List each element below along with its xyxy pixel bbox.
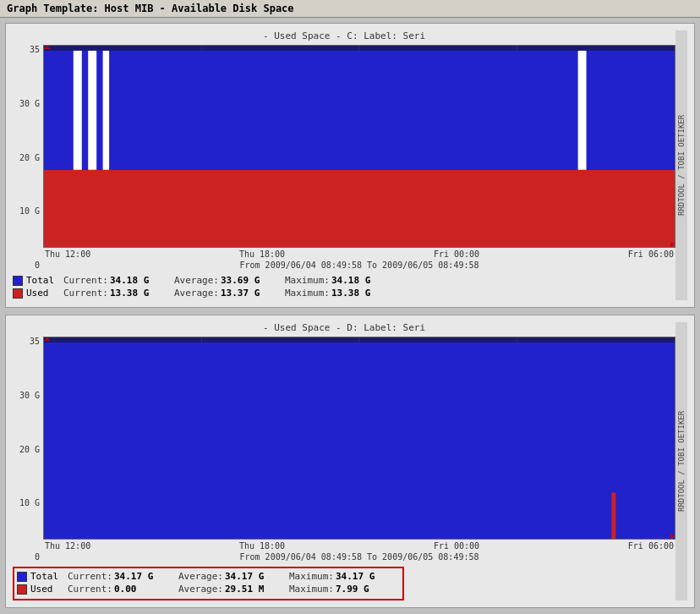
legend-label-used-c: Used	[26, 288, 60, 299]
legend-highlight-box: Total Current: 34.17 G Average: 34.17 G	[13, 567, 404, 600]
legend-stats-total-d: Current: 34.17 G Average: 34.17 G Maximu…	[68, 571, 400, 582]
legend-stats-used-c: Current: 13.38 G Average: 13.37 G Maximu…	[63, 288, 396, 299]
legend-stats-used-d: Current: 0.00 Average: 29.51 M Maximum: …	[68, 584, 400, 595]
side-text-d: RRDTOOL / TOBI OETIKER	[675, 322, 687, 600]
title-bar: Graph Template: Host MIB - Available Dis…	[0, 0, 700, 18]
svg-rect-11	[103, 51, 109, 170]
legend-color-total-d	[17, 572, 27, 582]
svg-marker-25	[44, 337, 50, 341]
chart-c: Thu 12:00 Thu 18:00 Fri 00:00 Fri 06:00 …	[43, 45, 675, 270]
legend-row-total-d: Total Current: 34.17 G Average: 34.17 G	[17, 571, 400, 582]
legend-row-used-c: Used Current: 13.38 G Average: 13.37 G	[13, 288, 675, 299]
x-axis-c: Thu 12:00 Thu 18:00 Fri 00:00 Fri 06:00	[43, 248, 675, 259]
y-axis-d: 35 30 G 20 G 10 G 0	[13, 337, 43, 562]
svg-rect-7	[44, 170, 675, 247]
legend-stats-total-c: Current: 34.18 G Average: 33.69 G Maximu…	[63, 275, 396, 286]
chart-d: Thu 12:00 Thu 18:00 Fri 00:00 Fri 06:00 …	[43, 337, 675, 562]
page-title: Graph Template: Host MIB - Available Dis…	[7, 3, 294, 14]
svg-rect-22	[44, 343, 675, 539]
legend-color-total-c	[13, 276, 23, 286]
legend-color-used-c	[13, 288, 23, 299]
legend-row-used-d: Used Current: 0.00 Average: 29.51 M	[17, 584, 400, 595]
svg-marker-14	[44, 46, 50, 49]
side-text-c: RRDTOOL / TOBI OETIKER	[675, 30, 687, 300]
graph-panel-d: - Used Space - D: Label: Seri 35 30 G 20…	[5, 315, 695, 608]
legend-label-used-d: Used	[30, 584, 64, 595]
graph-title-c: - Used Space - C: Label: Seri	[13, 30, 675, 41]
legend-row-total-c: Total Current: 34.18 G Average: 33.69 G	[13, 275, 675, 286]
legend-color-used-d	[17, 584, 27, 595]
legend-d: Total Current: 34.17 G Average: 34.17 G	[13, 567, 675, 600]
y-axis-c: 35 30 G 20 G 10 G 0	[13, 45, 43, 270]
svg-rect-12	[578, 51, 587, 170]
x-axis-d: Thu 12:00 Thu 18:00 Fri 00:00 Fri 06:00	[43, 540, 675, 551]
svg-rect-9	[74, 51, 82, 170]
legend-label-total-d: Total	[30, 571, 64, 582]
legend-label-total-c: Total	[26, 275, 60, 286]
svg-rect-23	[611, 492, 615, 539]
graph-title-d: - Used Space - D: Label: Seri	[13, 322, 675, 333]
legend-c: Total Current: 34.18 G Average: 33.69 G	[13, 275, 675, 299]
date-range-d: From 2009/06/04 08:49:58 To 2009/06/05 0…	[43, 552, 675, 562]
date-range-c: From 2009/06/04 08:49:58 To 2009/06/05 0…	[43, 260, 675, 270]
svg-rect-10	[88, 51, 96, 170]
graph-panel-c: - Used Space - C: Label: Seri 35 30 G 20…	[5, 23, 695, 308]
